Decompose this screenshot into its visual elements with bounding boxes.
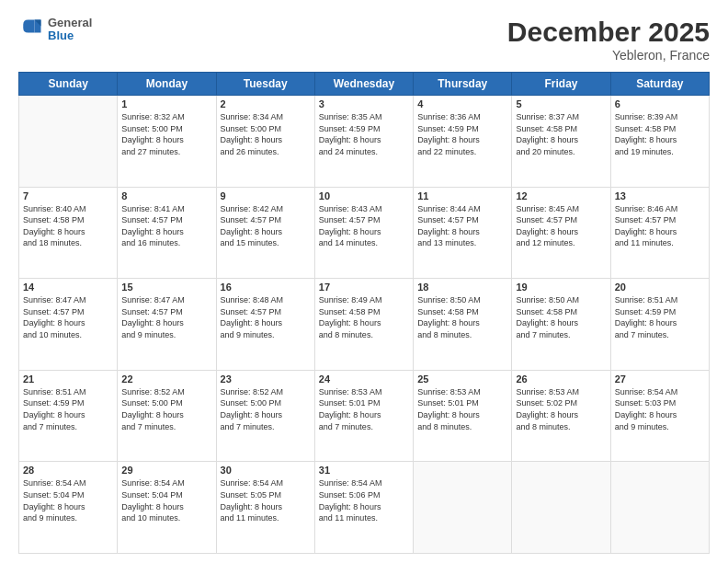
day-info: Sunrise: 8:51 AM Sunset: 4:59 PM Dayligh… — [615, 294, 705, 340]
calendar-cell: 7Sunrise: 8:40 AM Sunset: 4:58 PM Daylig… — [19, 187, 118, 279]
calendar-cell: 30Sunrise: 8:54 AM Sunset: 5:05 PM Dayli… — [216, 462, 314, 554]
calendar-week-row: 7Sunrise: 8:40 AM Sunset: 4:58 PM Daylig… — [19, 187, 710, 279]
day-info: Sunrise: 8:32 AM Sunset: 5:00 PM Dayligh… — [121, 111, 211, 157]
day-number: 4 — [417, 98, 507, 109]
day-info: Sunrise: 8:46 AM Sunset: 4:57 PM Dayligh… — [615, 203, 705, 249]
day-info: Sunrise: 8:41 AM Sunset: 4:57 PM Dayligh… — [121, 203, 211, 249]
calendar-cell: 31Sunrise: 8:54 AM Sunset: 5:06 PM Dayli… — [314, 462, 413, 554]
calendar-cell: 17Sunrise: 8:49 AM Sunset: 4:58 PM Dayli… — [314, 279, 413, 371]
day-number: 27 — [615, 373, 705, 385]
calendar-cell: 5Sunrise: 8:37 AM Sunset: 4:58 PM Daylig… — [512, 96, 610, 188]
calendar-cell — [19, 96, 118, 188]
day-info: Sunrise: 8:42 AM Sunset: 4:57 PM Dayligh… — [221, 203, 311, 249]
day-info: Sunrise: 8:36 AM Sunset: 4:59 PM Dayligh… — [417, 111, 507, 157]
calendar-cell: 2Sunrise: 8:34 AM Sunset: 5:00 PM Daylig… — [216, 96, 314, 188]
day-number: 5 — [516, 98, 606, 109]
day-number: 2 — [221, 98, 311, 109]
location: Yebleron, France — [507, 48, 710, 63]
month-title: December 2025 — [507, 17, 710, 48]
day-number: 6 — [615, 98, 705, 109]
day-number: 16 — [221, 282, 311, 293]
weekday-header-monday: Monday — [118, 73, 216, 96]
logo-icon — [18, 17, 44, 42]
calendar-cell: 19Sunrise: 8:50 AM Sunset: 4:58 PM Dayli… — [512, 279, 610, 371]
weekday-header-row: SundayMondayTuesdayWednesdayThursdayFrid… — [19, 73, 710, 96]
calendar-cell: 12Sunrise: 8:45 AM Sunset: 4:57 PM Dayli… — [512, 187, 610, 279]
calendar-cell: 1Sunrise: 8:32 AM Sunset: 5:00 PM Daylig… — [118, 96, 216, 188]
calendar-cell: 10Sunrise: 8:43 AM Sunset: 4:57 PM Dayli… — [314, 187, 413, 279]
day-info: Sunrise: 8:53 AM Sunset: 5:01 PM Dayligh… — [319, 386, 409, 432]
calendar-cell: 16Sunrise: 8:48 AM Sunset: 4:57 PM Dayli… — [216, 279, 314, 371]
day-number: 14 — [23, 282, 113, 293]
weekday-header-wednesday: Wednesday — [314, 73, 413, 96]
calendar-cell: 20Sunrise: 8:51 AM Sunset: 4:59 PM Dayli… — [610, 279, 709, 371]
weekday-header-sunday: Sunday — [19, 73, 118, 96]
calendar-cell — [512, 462, 610, 554]
day-info: Sunrise: 8:49 AM Sunset: 4:58 PM Dayligh… — [319, 294, 409, 340]
day-info: Sunrise: 8:39 AM Sunset: 4:58 PM Dayligh… — [615, 111, 705, 157]
calendar-week-row: 28Sunrise: 8:54 AM Sunset: 5:04 PM Dayli… — [19, 462, 710, 554]
day-number: 31 — [319, 465, 409, 476]
calendar-week-row: 14Sunrise: 8:47 AM Sunset: 4:57 PM Dayli… — [19, 279, 710, 371]
day-info: Sunrise: 8:52 AM Sunset: 5:00 PM Dayligh… — [121, 386, 211, 432]
day-info: Sunrise: 8:50 AM Sunset: 4:58 PM Dayligh… — [516, 294, 606, 340]
day-number: 29 — [121, 465, 211, 476]
day-info: Sunrise: 8:54 AM Sunset: 5:03 PM Dayligh… — [615, 386, 705, 432]
logo-text: General Blue — [48, 17, 92, 43]
day-info: Sunrise: 8:35 AM Sunset: 4:59 PM Dayligh… — [319, 111, 409, 157]
day-info: Sunrise: 8:54 AM Sunset: 5:06 PM Dayligh… — [319, 477, 409, 523]
day-info: Sunrise: 8:53 AM Sunset: 5:01 PM Dayligh… — [417, 386, 507, 432]
day-info: Sunrise: 8:47 AM Sunset: 4:57 PM Dayligh… — [121, 294, 211, 340]
day-number: 3 — [319, 98, 409, 109]
day-number: 24 — [319, 373, 409, 385]
day-info: Sunrise: 8:47 AM Sunset: 4:57 PM Dayligh… — [23, 294, 113, 340]
calendar-cell: 6Sunrise: 8:39 AM Sunset: 4:58 PM Daylig… — [610, 96, 709, 188]
calendar-cell: 23Sunrise: 8:52 AM Sunset: 5:00 PM Dayli… — [216, 370, 314, 462]
weekday-header-saturday: Saturday — [610, 73, 709, 96]
calendar-cell: 21Sunrise: 8:51 AM Sunset: 4:59 PM Dayli… — [19, 370, 118, 462]
calendar-cell — [610, 462, 709, 554]
day-number: 28 — [23, 465, 113, 476]
day-number: 15 — [121, 282, 211, 293]
calendar-cell: 8Sunrise: 8:41 AM Sunset: 4:57 PM Daylig… — [118, 187, 216, 279]
day-info: Sunrise: 8:34 AM Sunset: 5:00 PM Dayligh… — [221, 111, 311, 157]
calendar-cell: 22Sunrise: 8:52 AM Sunset: 5:00 PM Dayli… — [118, 370, 216, 462]
day-number: 7 — [23, 190, 113, 201]
day-number: 25 — [417, 373, 507, 385]
day-info: Sunrise: 8:52 AM Sunset: 5:00 PM Dayligh… — [221, 386, 311, 432]
calendar-cell: 26Sunrise: 8:53 AM Sunset: 5:02 PM Dayli… — [512, 370, 610, 462]
title-block: December 2025 Yebleron, France — [507, 17, 710, 63]
calendar-cell: 14Sunrise: 8:47 AM Sunset: 4:57 PM Dayli… — [19, 279, 118, 371]
day-info: Sunrise: 8:50 AM Sunset: 4:58 PM Dayligh… — [417, 294, 507, 340]
calendar-cell: 27Sunrise: 8:54 AM Sunset: 5:03 PM Dayli… — [610, 370, 709, 462]
calendar-cell: 9Sunrise: 8:42 AM Sunset: 4:57 PM Daylig… — [216, 187, 314, 279]
day-number: 18 — [417, 282, 507, 293]
day-number: 30 — [221, 465, 311, 476]
day-info: Sunrise: 8:53 AM Sunset: 5:02 PM Dayligh… — [516, 386, 606, 432]
day-number: 26 — [516, 373, 606, 385]
day-number: 23 — [221, 373, 311, 385]
day-number: 12 — [516, 190, 606, 201]
day-info: Sunrise: 8:48 AM Sunset: 4:57 PM Dayligh… — [221, 294, 311, 340]
day-number: 10 — [319, 190, 409, 201]
calendar-cell: 4Sunrise: 8:36 AM Sunset: 4:59 PM Daylig… — [414, 96, 512, 188]
day-number: 19 — [516, 282, 606, 293]
calendar-cell: 25Sunrise: 8:53 AM Sunset: 5:01 PM Dayli… — [414, 370, 512, 462]
calendar-cell: 24Sunrise: 8:53 AM Sunset: 5:01 PM Dayli… — [314, 370, 413, 462]
day-info: Sunrise: 8:54 AM Sunset: 5:04 PM Dayligh… — [23, 477, 113, 523]
day-info: Sunrise: 8:40 AM Sunset: 4:58 PM Dayligh… — [23, 203, 113, 249]
day-info: Sunrise: 8:54 AM Sunset: 5:05 PM Dayligh… — [221, 477, 311, 523]
logo: General Blue — [18, 17, 92, 43]
day-number: 20 — [615, 282, 705, 293]
page: General Blue December 2025 Yebleron, Fra… — [0, 0, 728, 563]
day-number: 11 — [417, 190, 507, 201]
day-info: Sunrise: 8:43 AM Sunset: 4:57 PM Dayligh… — [319, 203, 409, 249]
calendar-cell: 29Sunrise: 8:54 AM Sunset: 5:04 PM Dayli… — [118, 462, 216, 554]
logo-general-text: General — [48, 17, 92, 29]
day-number: 13 — [615, 190, 705, 201]
day-number: 17 — [319, 282, 409, 293]
weekday-header-friday: Friday — [512, 73, 610, 96]
weekday-header-thursday: Thursday — [414, 73, 512, 96]
day-number: 21 — [23, 373, 113, 385]
day-info: Sunrise: 8:54 AM Sunset: 5:04 PM Dayligh… — [121, 477, 211, 523]
